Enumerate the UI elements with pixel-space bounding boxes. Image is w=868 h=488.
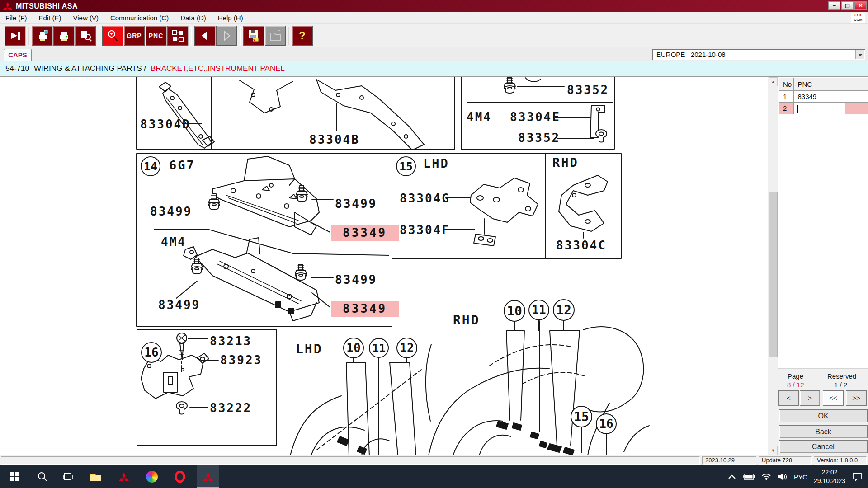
exit-button[interactable] (5, 26, 25, 46)
system-tray: РУС 22:02 29.10.2023 (728, 465, 868, 488)
cell-pnc[interactable]: 83349 (794, 91, 845, 103)
scrollbar-thumb[interactable] (769, 192, 778, 357)
part-label[interactable]: 83499 (335, 274, 377, 286)
part-label[interactable]: 6G7 (169, 159, 195, 172)
status-date: 2023.10.29 (702, 456, 756, 465)
menu-file[interactable]: File (F) (5, 14, 27, 22)
part-label[interactable]: 83304B (309, 134, 360, 146)
part-label[interactable]: 83304C (556, 239, 607, 252)
start-button[interactable] (4, 465, 25, 488)
help-button[interactable]: ? (292, 26, 313, 46)
print-setup-button[interactable] (32, 26, 52, 46)
breadcrumb: 54-710 WIRING & ATTACHING PARTS / BRACKE… (0, 61, 868, 77)
last-reserved-button[interactable]: >> (846, 390, 867, 406)
menu-view[interactable]: View (V) (73, 14, 99, 22)
task-view-button[interactable] (57, 465, 79, 488)
part-label[interactable]: 83213 (210, 335, 252, 347)
callout-16[interactable]: 16 (141, 342, 162, 363)
cell-no[interactable]: 2 (779, 103, 794, 114)
taskbar-clock[interactable]: 22:02 29.10.2023 (814, 468, 845, 485)
paint-app-icon (146, 471, 158, 483)
zoom-button[interactable] (102, 26, 123, 46)
next-page-button[interactable]: > (800, 390, 820, 406)
part-label[interactable]: 4M4 (161, 236, 186, 248)
volume-icon[interactable] (778, 473, 788, 481)
callout-12[interactable]: 12 (396, 338, 417, 358)
search-button[interactable] (32, 465, 53, 488)
back-button[interactable] (194, 26, 215, 46)
language-indicator[interactable]: РУС (794, 473, 807, 481)
callout-12[interactable]: 12 (553, 299, 575, 321)
cell-no[interactable]: 1 (779, 91, 794, 103)
page-label: Page (788, 372, 803, 380)
callout-10[interactable]: 10 (343, 338, 364, 358)
table-row[interactable]: 1 83349 (779, 91, 868, 103)
wifi-icon[interactable] (761, 473, 771, 480)
part-label-highlighted[interactable]: 83349 (331, 301, 399, 317)
part-label[interactable]: 4M4 (467, 111, 492, 123)
chevron-down-icon[interactable] (855, 50, 864, 59)
part-label[interactable]: 83499 (150, 206, 192, 218)
toolbar: GRP PNC ? (0, 24, 868, 47)
opera-button[interactable] (169, 465, 191, 488)
save-button[interactable] (243, 26, 264, 46)
region-date: 2021-10-08 (691, 51, 726, 58)
open-folder-icon (269, 29, 282, 42)
region-select[interactable]: EUROPE 2021-10-08 (652, 49, 865, 60)
pnc-button[interactable]: PNC (146, 26, 166, 46)
menu-help[interactable]: Help (H) (218, 14, 243, 22)
part-label-highlighted[interactable]: 83349 (331, 225, 399, 241)
part-label[interactable]: 83352 (518, 132, 560, 144)
print-button[interactable] (53, 26, 74, 46)
callout-14[interactable]: 14 (141, 156, 160, 176)
part-label: RHD (453, 314, 480, 327)
mitsubishi-asa-taskbar-button[interactable] (197, 465, 219, 488)
callout-15[interactable]: 15 (571, 406, 592, 427)
maximize-button[interactable]: ▢ (841, 1, 854, 10)
grp-button[interactable]: GRP (124, 26, 145, 46)
paint-app-button[interactable] (141, 465, 163, 488)
first-reserved-button[interactable]: << (823, 390, 844, 406)
part-label[interactable]: 83923 (220, 354, 262, 366)
scroll-down-icon[interactable]: ▼ (769, 446, 778, 455)
part-label[interactable]: 83304D (140, 118, 191, 131)
mitsubishi-asa-window: MITSUBISHI ASA – ▢ ✕ File (F) Edit (E) V… (0, 0, 868, 488)
cancel-button[interactable]: Cancel (779, 440, 868, 453)
callout-15[interactable]: 15 (396, 156, 416, 176)
part-label[interactable]: 83499 (158, 299, 200, 311)
part-label[interactable]: 83304G (400, 192, 450, 205)
ok-button[interactable]: OK (779, 409, 868, 422)
table-row[interactable]: 2 (779, 103, 868, 114)
menu-data[interactable]: Data (D) (180, 14, 206, 22)
print-preview-button[interactable] (75, 26, 96, 46)
callout-11[interactable]: 11 (369, 338, 389, 358)
menu-communication[interactable]: Communication (C) (110, 14, 169, 22)
grid-button[interactable] (167, 26, 188, 46)
callout-10[interactable]: 10 (504, 300, 525, 322)
part-label[interactable]: 83352 (567, 84, 609, 96)
back-button[interactable]: Back (779, 425, 868, 438)
cell-extra[interactable] (845, 103, 868, 114)
part-label[interactable]: 83304E (510, 111, 561, 123)
scroll-up-icon[interactable]: ▲ (769, 77, 778, 86)
mitsubishi-app-button[interactable] (113, 465, 135, 488)
part-label[interactable]: 83222 (210, 402, 252, 414)
hidden-icons-chevron[interactable] (728, 474, 736, 479)
action-center-icon[interactable] (852, 472, 863, 482)
part-label[interactable]: 83499 (335, 198, 377, 210)
callout-11[interactable]: 11 (528, 300, 549, 320)
cell-extra[interactable] (845, 91, 868, 103)
prev-page-button[interactable]: < (778, 390, 799, 406)
close-button[interactable]: ✕ (854, 1, 867, 10)
cell-pnc-active[interactable] (794, 103, 845, 114)
status-message (1, 456, 700, 465)
battery-icon[interactable] (742, 473, 755, 480)
menu-edit[interactable]: Edit (E) (39, 14, 61, 22)
start-icon (10, 472, 19, 481)
minimize-button[interactable]: – (828, 1, 840, 10)
diagram-scrollbar[interactable]: ▲ ▼ (768, 77, 778, 455)
tab-caps[interactable]: CAPS (4, 49, 32, 61)
file-explorer-button[interactable] (85, 465, 107, 488)
callout-16[interactable]: 16 (596, 413, 617, 434)
part-label[interactable]: 83304F (400, 224, 450, 236)
